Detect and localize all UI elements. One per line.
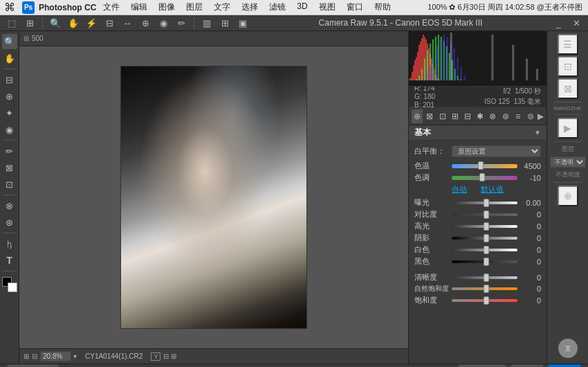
zoom-input[interactable] xyxy=(40,351,71,361)
grad-tool[interactable]: ⊠ xyxy=(2,160,17,175)
crop-tool[interactable]: ⊟ xyxy=(2,72,17,87)
brush-tool[interactable]: ✏ xyxy=(2,143,17,159)
clarity-row: 清晰度 0 xyxy=(409,271,546,283)
wb-tool-btn[interactable]: ⚡ xyxy=(84,15,99,30)
color-temp-thumb[interactable] xyxy=(478,161,484,170)
crop-tool-btn[interactable]: ⊟ xyxy=(102,15,117,30)
color-temp-track[interactable] xyxy=(452,164,517,168)
tint-track[interactable] xyxy=(452,176,517,180)
section-header[interactable]: 基本 ▼ xyxy=(409,125,546,141)
presets-tool[interactable]: ≡ xyxy=(513,109,524,123)
adj-btn[interactable]: ✏ xyxy=(174,15,189,30)
tint-thumb[interactable] xyxy=(479,173,485,181)
exposure-thumb[interactable] xyxy=(484,199,489,207)
apple-menu[interactable]: ⌘ xyxy=(0,1,19,14)
paths-btn[interactable]: ⊠ xyxy=(558,78,578,99)
spot-tool[interactable]: ⊗ xyxy=(2,198,17,213)
shadows-track[interactable] xyxy=(452,237,517,240)
open-btn[interactable]: 打开图像 xyxy=(458,364,506,367)
straighten-tool[interactable]: ⊕ xyxy=(2,89,17,104)
lens-tool[interactable]: ✱ xyxy=(475,109,486,123)
fg-bg-colors[interactable] xyxy=(2,277,17,292)
saturation-track[interactable] xyxy=(452,299,517,302)
close-btn[interactable]: ✕ xyxy=(569,15,584,30)
channels-btn[interactable]: ⊡ xyxy=(558,56,578,77)
vibrance-row: 自然饱和度 0 xyxy=(409,283,546,294)
filter-tool[interactable]: ⊡ xyxy=(2,177,17,192)
menu-image[interactable]: 图像 xyxy=(153,1,181,13)
camera-profile-tool[interactable]: ⊛ xyxy=(499,109,511,123)
menu-layer[interactable]: 图层 xyxy=(181,1,208,13)
heal-btn[interactable]: ⊕ xyxy=(138,15,153,30)
contrast-value: 0 xyxy=(520,211,541,219)
top-toolbar: ⬚ ⊞ 🔍 ✋ ⚡ ⊟ ↔ ⊕ ◉ ✏ ▥ ⊞ ▣ Camera Raw 9.5… xyxy=(0,15,588,31)
toolbar-btn-2[interactable]: ⊞ xyxy=(22,15,37,30)
straighten-btn[interactable]: ↔ xyxy=(120,15,135,30)
clarity-track[interactable] xyxy=(452,276,517,279)
vibrance-thumb[interactable] xyxy=(484,285,489,293)
zoom-tool[interactable]: 🔍 xyxy=(2,34,17,49)
whites-track[interactable] xyxy=(452,249,517,251)
hand-tool-btn[interactable]: ✋ xyxy=(66,15,81,30)
svg-rect-36 xyxy=(449,53,450,81)
hand-tool[interactable]: ✋ xyxy=(2,51,17,66)
menu-window[interactable]: 窗口 xyxy=(341,1,369,13)
split-tone-tool[interactable]: ⊟ xyxy=(462,109,473,123)
menu-help[interactable]: 帮助 xyxy=(369,1,396,13)
clarity-thumb[interactable] xyxy=(484,274,489,282)
background-color[interactable] xyxy=(8,283,17,292)
layers-btn[interactable]: ☰ xyxy=(558,34,578,55)
redeye-btn[interactable]: ◉ xyxy=(156,15,171,30)
whites-label: 白色 xyxy=(414,244,449,255)
basic-tool[interactable]: ⊕ xyxy=(412,109,423,123)
menu-filter[interactable]: 滤镜 xyxy=(264,1,291,13)
vibrance-track[interactable] xyxy=(452,287,517,290)
heal-tool[interactable]: ✦ xyxy=(2,105,17,120)
canvas-tab-icon2: ⊟ xyxy=(32,352,37,360)
wb-select[interactable]: 原照设置 xyxy=(452,145,541,157)
menu-view[interactable]: 视图 xyxy=(313,1,341,13)
transform-tool[interactable]: ⊛ xyxy=(2,215,17,230)
menu-text[interactable]: 文字 xyxy=(208,1,236,13)
highlights-track[interactable] xyxy=(452,225,517,228)
redeye-tool[interactable]: ◉ xyxy=(2,122,17,137)
highlights-thumb[interactable] xyxy=(484,222,489,231)
minimize-btn[interactable]: _ xyxy=(551,15,566,30)
fill-btn[interactable]: ⊕ xyxy=(558,186,578,206)
detail-tool[interactable]: ⊡ xyxy=(437,109,448,123)
before-after-btn[interactable]: ⊞ xyxy=(217,15,232,30)
menu-file[interactable]: 文件 xyxy=(98,1,125,13)
text-tool[interactable]: T xyxy=(2,253,17,268)
blacks-thumb[interactable] xyxy=(484,258,489,266)
full-btn[interactable]: ▣ xyxy=(235,15,250,30)
filter-btn[interactable]: ▥ xyxy=(199,15,214,30)
blacks-track[interactable] xyxy=(452,260,517,263)
action-btn[interactable]: ▶ xyxy=(558,118,578,138)
zoom-in-btn[interactable]: 🔍 xyxy=(48,15,63,30)
snapshots-tool[interactable]: ⊜ xyxy=(525,109,536,123)
cancel-btn[interactable]: 取消 xyxy=(511,364,544,367)
tone-curve-tool[interactable]: ⊠ xyxy=(424,109,435,123)
done-btn[interactable]: 完成 xyxy=(548,364,581,367)
contrast-thumb[interactable] xyxy=(484,211,489,219)
store-btn[interactable]: 存储图像... xyxy=(7,364,59,367)
auto-btn[interactable]: 自动 xyxy=(452,184,467,195)
user-avatar[interactable]: 王 xyxy=(558,339,578,358)
hsl-tool[interactable]: ⊞ xyxy=(450,109,461,123)
zoom-dropdown[interactable]: ▾ xyxy=(73,352,77,360)
far-sep-4 xyxy=(554,182,582,183)
saturation-thumb[interactable] xyxy=(484,296,489,305)
svg-rect-32 xyxy=(438,35,439,80)
contrast-track[interactable] xyxy=(452,213,517,216)
toolbar-btn-1[interactable]: ⬚ xyxy=(4,15,19,30)
menu-select[interactable]: 选择 xyxy=(236,1,264,13)
menu-3d[interactable]: 3D xyxy=(291,1,313,13)
default-btn[interactable]: 默认值 xyxy=(481,184,504,195)
whites-thumb[interactable] xyxy=(484,246,489,254)
shadows-thumb[interactable] xyxy=(484,234,489,242)
exposure-track[interactable] xyxy=(452,202,517,204)
effects-tool[interactable]: ⊗ xyxy=(487,109,498,123)
menu-edit[interactable]: 编辑 xyxy=(125,1,153,13)
lasso-tool[interactable]: ꞕ xyxy=(2,236,17,251)
opacity-select[interactable]: 不透明 xyxy=(550,156,586,168)
